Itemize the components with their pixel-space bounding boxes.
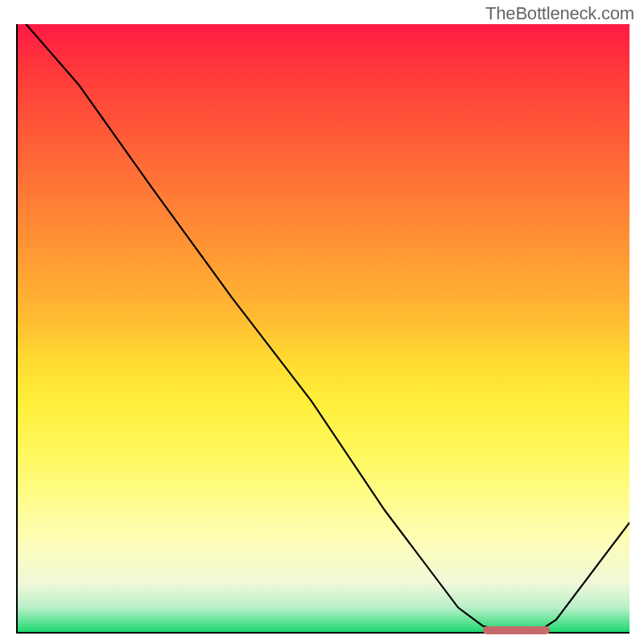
valley-marker: [483, 626, 551, 634]
chart-container: TheBottleneck.com: [0, 0, 644, 644]
curve-path: [21, 24, 630, 632]
watermark-text: TheBottleneck.com: [485, 3, 634, 24]
curve-svg: [18, 24, 630, 632]
plot-area: [16, 24, 630, 634]
